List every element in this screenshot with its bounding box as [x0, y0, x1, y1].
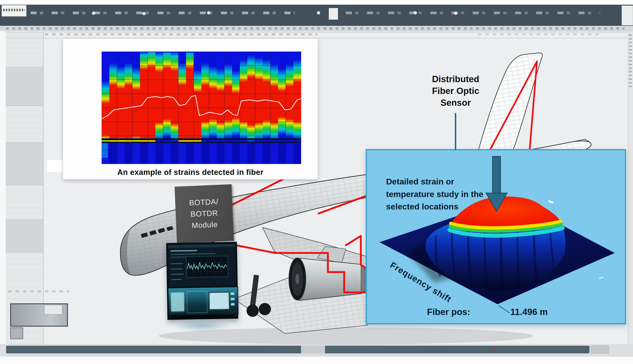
study-panel-text: Detailed strain or temperature study in … — [386, 176, 541, 213]
botda-module-box: BOTDA/ BOTDR Module — [174, 184, 234, 243]
instrument-base — [172, 314, 233, 319]
instrument-reflection — [170, 320, 234, 332]
screen-title-dash — [170, 250, 197, 252]
screen-text-dash — [171, 253, 216, 255]
study-text-line: selected locations — [386, 200, 541, 213]
screen-menu-dash — [171, 274, 184, 275]
figure-root: An example of strains detected in fiber … — [0, 0, 633, 364]
fiber-segment-mid — [318, 196, 367, 214]
sensor-pointer-line — [455, 113, 456, 150]
screen-menu-dash — [171, 263, 183, 264]
screen-menu-dash — [171, 268, 183, 270]
front-panel-button — [231, 298, 234, 300]
strain-example-panel: An example of strains detected in fiber — [63, 39, 318, 179]
study-panel: Detailed strain or temperature study in … — [366, 149, 626, 324]
module-label-line: BOTDA/ — [175, 197, 232, 208]
instrument-front-panel — [168, 286, 238, 316]
instrument-screen — [168, 244, 237, 287]
fiber-pos-tick — [499, 306, 510, 313]
fiber-pos-value: 11.496 m — [510, 307, 548, 317]
sensor-label-line: Fiber Optic — [417, 85, 494, 97]
surface-highlight — [599, 276, 604, 279]
front-panel-button — [231, 292, 234, 295]
distributed-sensor-label: Distributed Fiber Optic Sensor — [417, 73, 494, 108]
study-text-line: temperature study in the — [386, 188, 541, 201]
fiber-pos-label: Fiber pos: — [427, 307, 470, 317]
interrogator-instrument — [166, 242, 238, 320]
strain-caption: An example of strains detected in fiber — [63, 168, 318, 177]
strain-panel-tab — [47, 160, 64, 172]
module-label-line: Module — [176, 220, 234, 230]
strain-heatmap — [102, 52, 301, 164]
surface-highlight — [548, 200, 554, 204]
screen-waveform-box — [186, 256, 228, 278]
fiber-segment-tail — [490, 62, 537, 150]
screen-waveform — [186, 256, 228, 277]
front-panel-left-keys — [171, 292, 184, 312]
instrument-screen-header — [168, 244, 236, 248]
fiber-segment-stepped — [236, 245, 367, 292]
front-panel-mid-keys — [187, 291, 208, 313]
front-panel-button — [231, 303, 234, 306]
study-text-line: Detailed strain or — [386, 176, 541, 188]
fiber-segment-elbow — [346, 236, 367, 269]
front-panel-display — [209, 292, 230, 310]
sensor-label-line: Distributed — [417, 73, 494, 85]
screen-menu-dash — [171, 279, 182, 280]
sensor-label-line: Sensor — [417, 97, 494, 108]
module-label-line: BOTDR — [176, 208, 233, 219]
